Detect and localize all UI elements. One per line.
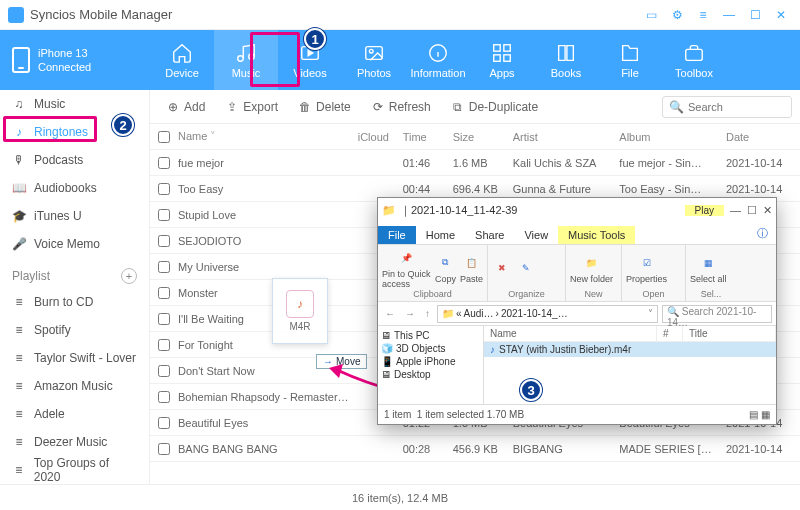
playlist-item[interactable]: ≡Taylor Swift - Lover bbox=[0, 344, 149, 372]
minimize-icon[interactable]: — bbox=[718, 4, 740, 26]
explorer-search[interactable]: 🔍 Search 2021-10-14… bbox=[662, 305, 772, 323]
row-checkbox[interactable] bbox=[158, 417, 170, 429]
sidebar-item-podcasts[interactable]: 🎙Podcasts bbox=[0, 146, 149, 174]
search-input[interactable] bbox=[688, 101, 778, 113]
dedup-button[interactable]: ⧉De-Duplicate bbox=[443, 96, 546, 118]
path-box[interactable]: 📁 «Audi…› 2021-10-14_… ˅ bbox=[437, 305, 658, 323]
up-button[interactable]: ↑ bbox=[422, 308, 433, 319]
maximize-icon[interactable]: ☐ bbox=[744, 4, 766, 26]
svg-point-4 bbox=[369, 49, 373, 53]
tab-view[interactable]: View bbox=[514, 226, 558, 244]
playlist-item[interactable]: ≡Spotify bbox=[0, 316, 149, 344]
move-to-icon[interactable]: ✖ bbox=[492, 258, 512, 278]
playlist-item[interactable]: ≡Deezer Music bbox=[0, 428, 149, 456]
explorer-minimize[interactable]: — bbox=[730, 204, 741, 217]
tab-file[interactable]: File bbox=[378, 226, 416, 244]
col-name[interactable]: Name bbox=[178, 130, 207, 142]
back-button[interactable]: ← bbox=[382, 308, 398, 319]
export-button[interactable]: ⇪Export bbox=[217, 96, 286, 118]
tree-item[interactable]: 🖥Desktop bbox=[381, 368, 480, 381]
group-select: Sel... bbox=[690, 289, 732, 299]
view-mode-icons[interactable]: ▤ ▦ bbox=[749, 409, 770, 420]
sidebar-item-voice-memo[interactable]: 🎤Voice Memo bbox=[0, 230, 149, 258]
sidebar-item-audiobooks[interactable]: 📖Audiobooks bbox=[0, 174, 149, 202]
nav-device[interactable]: Device bbox=[150, 30, 214, 90]
close-icon[interactable]: ✕ bbox=[770, 4, 792, 26]
tree-icon: 📱 bbox=[381, 356, 393, 367]
list-icon: ≡ bbox=[12, 463, 26, 477]
delete-button[interactable]: 🗑Delete bbox=[290, 96, 359, 118]
select-all-checkbox[interactable] bbox=[158, 131, 170, 143]
playlist-item[interactable]: ≡Amazon Music bbox=[0, 372, 149, 400]
playlist-item[interactable]: ≡Top Groups of 2020 bbox=[0, 456, 149, 484]
copy-button[interactable]: ⧉Copy bbox=[435, 253, 456, 284]
tab-home[interactable]: Home bbox=[416, 226, 465, 244]
properties-button[interactable]: ☑Properties bbox=[626, 253, 667, 284]
nav-photos[interactable]: Photos bbox=[342, 30, 406, 90]
row-checkbox[interactable] bbox=[158, 209, 170, 221]
add-button[interactable]: ⊕Add bbox=[158, 96, 213, 118]
tab-music-tools[interactable]: Music Tools bbox=[558, 226, 635, 244]
explorer-play-context: Play bbox=[685, 205, 724, 216]
explorer-file-row[interactable]: ♪ STAY (with Justin Bieber).m4r bbox=[484, 342, 776, 357]
settings-icon[interactable]: ⚙ bbox=[666, 4, 688, 26]
sort-icon[interactable]: ˅ bbox=[210, 130, 216, 142]
tree-item[interactable]: 🧊3D Objects bbox=[381, 342, 480, 355]
table-header: Name ˅ iCloud Time Size Artist Album Dat… bbox=[150, 124, 800, 150]
explorer-close[interactable]: ✕ bbox=[763, 204, 772, 217]
toolbox-icon bbox=[683, 42, 705, 64]
col-album[interactable]: Album bbox=[619, 131, 726, 143]
col-time[interactable]: Time bbox=[403, 131, 453, 143]
row-checkbox[interactable] bbox=[158, 183, 170, 195]
explorer-tree[interactable]: 🖥This PC🧊3D Objects📱Apple iPhone🖥Desktop bbox=[378, 326, 484, 404]
svg-rect-10 bbox=[686, 49, 703, 60]
refresh-button[interactable]: ⟳Refresh bbox=[363, 96, 439, 118]
row-checkbox[interactable] bbox=[158, 261, 170, 273]
explorer-maximize[interactable]: ☐ bbox=[747, 204, 757, 217]
device-label: iPhone 13 Connected bbox=[38, 46, 91, 74]
col-date[interactable]: Date bbox=[726, 131, 800, 143]
table-row[interactable]: fue mejor01:461.6 MBKali Uchis & SZAfue … bbox=[150, 150, 800, 176]
row-checkbox[interactable] bbox=[158, 313, 170, 325]
row-checkbox[interactable] bbox=[158, 365, 170, 377]
tree-item[interactable]: 🖥This PC bbox=[381, 329, 480, 342]
add-playlist-button[interactable]: + bbox=[121, 268, 137, 284]
device-box[interactable]: iPhone 13 Connected bbox=[0, 30, 150, 90]
new-folder-button[interactable]: 📁New folder bbox=[570, 253, 613, 284]
nav-file[interactable]: File bbox=[598, 30, 662, 90]
select-all-button[interactable]: ▦Select all bbox=[690, 253, 727, 284]
explorer-titlebar[interactable]: 📁 ｜ 2021-10-14_11-42-39 Play — ☐ ✕ bbox=[378, 198, 776, 222]
explorer-list-header: Name # Title bbox=[484, 326, 776, 342]
col-icloud[interactable]: iCloud bbox=[358, 131, 403, 143]
pin-quick-access[interactable]: 📌Pin to Quick access bbox=[382, 248, 431, 289]
row-checkbox[interactable] bbox=[158, 443, 170, 455]
tab-share[interactable]: Share bbox=[465, 226, 514, 244]
books-icon bbox=[555, 42, 577, 64]
rename-icon[interactable]: ✎ bbox=[516, 258, 536, 278]
col-artist[interactable]: Artist bbox=[513, 131, 620, 143]
paste-button[interactable]: 📋Paste bbox=[460, 253, 483, 284]
ribbon-help-icon[interactable]: ⓘ bbox=[749, 223, 776, 244]
forward-button[interactable]: → bbox=[402, 308, 418, 319]
row-checkbox[interactable] bbox=[158, 235, 170, 247]
menu-icon[interactable]: ≡ bbox=[692, 4, 714, 26]
sidebar-item-itunes-u[interactable]: 🎓iTunes U bbox=[0, 202, 149, 230]
window-rect-icon[interactable]: ▭ bbox=[640, 4, 662, 26]
explorer-window[interactable]: 📁 ｜ 2021-10-14_11-42-39 Play — ☐ ✕ File … bbox=[377, 197, 777, 425]
row-checkbox[interactable] bbox=[158, 339, 170, 351]
playlist-item[interactable]: ≡Adele bbox=[0, 400, 149, 428]
nav-toolbox[interactable]: Toolbox bbox=[662, 30, 726, 90]
tree-item[interactable]: 📱Apple iPhone bbox=[381, 355, 480, 368]
search-box[interactable]: 🔍 bbox=[662, 96, 792, 118]
row-checkbox[interactable] bbox=[158, 391, 170, 403]
nav-info[interactable]: Information bbox=[406, 30, 470, 90]
badge-2: 2 bbox=[112, 114, 134, 136]
row-checkbox[interactable] bbox=[158, 287, 170, 299]
row-checkbox[interactable] bbox=[158, 157, 170, 169]
table-row[interactable]: BANG BANG BANG00:28456.9 KBBIGBANGMADE S… bbox=[150, 436, 800, 462]
nav-apps[interactable]: Apps bbox=[470, 30, 534, 90]
folder-icon: 📁 bbox=[442, 308, 454, 319]
playlist-item[interactable]: ≡Burn to CD bbox=[0, 288, 149, 316]
col-size[interactable]: Size bbox=[453, 131, 513, 143]
nav-books[interactable]: Books bbox=[534, 30, 598, 90]
